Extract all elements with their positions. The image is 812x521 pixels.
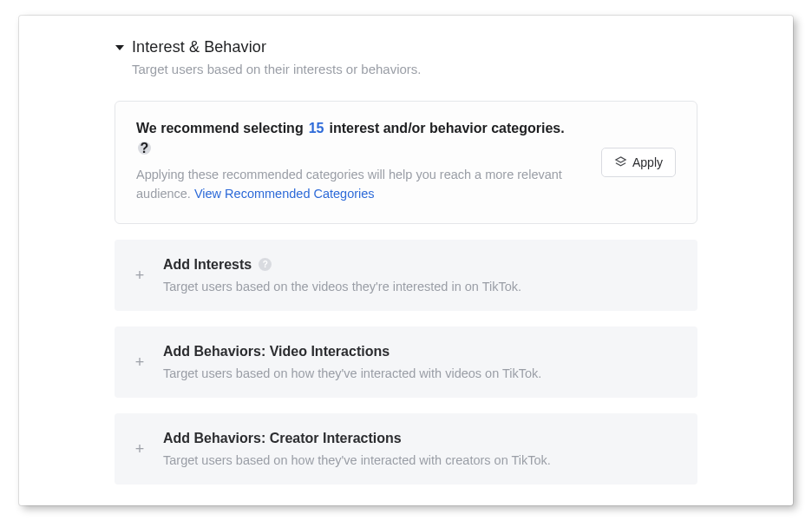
recommendation-headline: We recommend selecting 15 interest and/o…	[136, 121, 582, 155]
recommendation-subtext: Applying these recommended categories wi…	[136, 165, 582, 204]
add-video-sub: Target users based on how they've intera…	[163, 366, 678, 380]
add-creator-title: Add Behaviors: Creator Interactions	[163, 431, 678, 446]
apply-label: Apply	[632, 155, 663, 169]
plus-icon: +	[134, 354, 146, 370]
info-icon[interactable]: ?	[259, 258, 272, 271]
section-header[interactable]: Interest & Behavior	[115, 38, 697, 56]
add-creator-body: Add Behaviors: Creator Interactions Targ…	[163, 431, 678, 467]
caret-down-icon	[115, 43, 125, 53]
section-title: Interest & Behavior	[132, 38, 266, 56]
add-interests-title: Add Interests	[163, 257, 252, 273]
add-video-title: Add Behaviors: Video Interactions	[163, 344, 678, 359]
view-recommended-link[interactable]: View Recommended Categories	[194, 187, 375, 201]
apply-stack-icon	[614, 155, 627, 168]
plus-icon: +	[134, 441, 146, 457]
add-video-body: Add Behaviors: Video Interactions Target…	[163, 344, 678, 380]
recommendation-card: We recommend selecting 15 interest and/o…	[115, 101, 697, 224]
add-interests-sub: Target users based on the videos they're…	[163, 280, 678, 293]
panel-interest-behavior: Interest & Behavior Target users based o…	[19, 16, 793, 505]
add-creator-sub: Target users based on how they've intera…	[163, 453, 678, 467]
add-creator-interactions-card[interactable]: + Add Behaviors: Creator Interactions Ta…	[115, 413, 697, 485]
recommendation-body: We recommend selecting 15 interest and/o…	[136, 121, 582, 204]
section-subtitle: Target users based on their interests or…	[132, 62, 697, 76]
reco-text-suffix: interest and/or behavior categories.	[329, 121, 564, 136]
apply-button[interactable]: Apply	[601, 148, 676, 177]
add-interests-card[interactable]: + Add Interests ? Target users based on …	[115, 240, 697, 311]
add-interests-body: Add Interests ? Target users based on th…	[163, 257, 678, 293]
add-video-interactions-card[interactable]: + Add Behaviors: Video Interactions Targ…	[115, 326, 697, 398]
reco-text-prefix: We recommend selecting	[136, 121, 304, 136]
reco-count: 15	[309, 121, 324, 136]
plus-icon: +	[134, 267, 146, 283]
info-icon[interactable]: ?	[138, 142, 151, 155]
